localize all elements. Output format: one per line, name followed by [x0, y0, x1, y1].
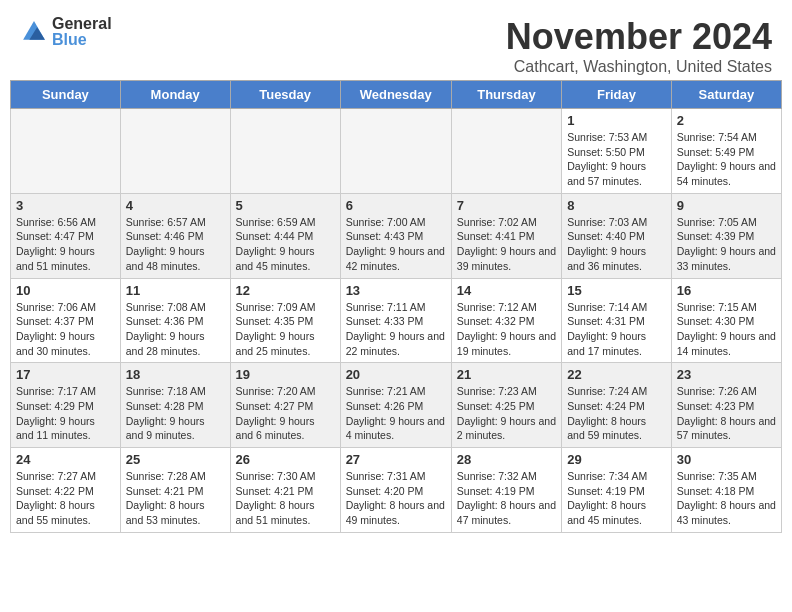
calendar-cell: 21Sunrise: 7:23 AM Sunset: 4:25 PM Dayli…: [451, 363, 561, 448]
day-number: 28: [457, 452, 556, 467]
calendar-cell: 27Sunrise: 7:31 AM Sunset: 4:20 PM Dayli…: [340, 448, 451, 533]
day-number: 1: [567, 113, 666, 128]
calendar-cell: 2Sunrise: 7:54 AM Sunset: 5:49 PM Daylig…: [671, 109, 781, 194]
calendar-cell: 13Sunrise: 7:11 AM Sunset: 4:33 PM Dayli…: [340, 278, 451, 363]
week-row-1: 1Sunrise: 7:53 AM Sunset: 5:50 PM Daylig…: [11, 109, 782, 194]
calendar-cell: 7Sunrise: 7:02 AM Sunset: 4:41 PM Daylig…: [451, 193, 561, 278]
logo-text: General Blue: [52, 16, 112, 48]
month-title: November 2024: [506, 16, 772, 58]
day-info: Sunrise: 7:24 AM Sunset: 4:24 PM Dayligh…: [567, 384, 666, 443]
day-number: 4: [126, 198, 225, 213]
day-number: 24: [16, 452, 115, 467]
calendar-body: 1Sunrise: 7:53 AM Sunset: 5:50 PM Daylig…: [11, 109, 782, 533]
calendar-cell: 14Sunrise: 7:12 AM Sunset: 4:32 PM Dayli…: [451, 278, 561, 363]
calendar-cell: 23Sunrise: 7:26 AM Sunset: 4:23 PM Dayli…: [671, 363, 781, 448]
calendar-cell: 8Sunrise: 7:03 AM Sunset: 4:40 PM Daylig…: [562, 193, 672, 278]
day-info: Sunrise: 7:28 AM Sunset: 4:21 PM Dayligh…: [126, 469, 225, 528]
day-info: Sunrise: 6:56 AM Sunset: 4:47 PM Dayligh…: [16, 215, 115, 274]
day-number: 18: [126, 367, 225, 382]
day-info: Sunrise: 7:34 AM Sunset: 4:19 PM Dayligh…: [567, 469, 666, 528]
title-block: November 2024 Cathcart, Washington, Unit…: [506, 16, 772, 76]
logo-icon: [20, 18, 48, 46]
calendar-cell: 17Sunrise: 7:17 AM Sunset: 4:29 PM Dayli…: [11, 363, 121, 448]
day-number: 29: [567, 452, 666, 467]
calendar-cell: 5Sunrise: 6:59 AM Sunset: 4:44 PM Daylig…: [230, 193, 340, 278]
day-number: 22: [567, 367, 666, 382]
day-info: Sunrise: 7:17 AM Sunset: 4:29 PM Dayligh…: [16, 384, 115, 443]
day-header-friday: Friday: [562, 81, 672, 109]
day-info: Sunrise: 6:59 AM Sunset: 4:44 PM Dayligh…: [236, 215, 335, 274]
calendar-cell: 16Sunrise: 7:15 AM Sunset: 4:30 PM Dayli…: [671, 278, 781, 363]
calendar-cell: 11Sunrise: 7:08 AM Sunset: 4:36 PM Dayli…: [120, 278, 230, 363]
calendar-cell: 19Sunrise: 7:20 AM Sunset: 4:27 PM Dayli…: [230, 363, 340, 448]
logo-general-text: General: [52, 16, 112, 32]
day-info: Sunrise: 7:15 AM Sunset: 4:30 PM Dayligh…: [677, 300, 776, 359]
day-number: 21: [457, 367, 556, 382]
calendar-cell: 25Sunrise: 7:28 AM Sunset: 4:21 PM Dayli…: [120, 448, 230, 533]
calendar-cell: [340, 109, 451, 194]
day-header-wednesday: Wednesday: [340, 81, 451, 109]
day-number: 9: [677, 198, 776, 213]
day-info: Sunrise: 7:12 AM Sunset: 4:32 PM Dayligh…: [457, 300, 556, 359]
day-number: 10: [16, 283, 115, 298]
calendar-cell: 18Sunrise: 7:18 AM Sunset: 4:28 PM Dayli…: [120, 363, 230, 448]
day-number: 20: [346, 367, 446, 382]
day-info: Sunrise: 7:26 AM Sunset: 4:23 PM Dayligh…: [677, 384, 776, 443]
day-number: 27: [346, 452, 446, 467]
day-info: Sunrise: 7:06 AM Sunset: 4:37 PM Dayligh…: [16, 300, 115, 359]
calendar-cell: [451, 109, 561, 194]
page-header: General Blue November 2024 Cathcart, Was…: [0, 0, 792, 80]
day-header-thursday: Thursday: [451, 81, 561, 109]
calendar-cell: 9Sunrise: 7:05 AM Sunset: 4:39 PM Daylig…: [671, 193, 781, 278]
day-number: 6: [346, 198, 446, 213]
calendar-cell: [11, 109, 121, 194]
day-info: Sunrise: 7:53 AM Sunset: 5:50 PM Dayligh…: [567, 130, 666, 189]
calendar-cell: [120, 109, 230, 194]
day-info: Sunrise: 7:35 AM Sunset: 4:18 PM Dayligh…: [677, 469, 776, 528]
day-header-tuesday: Tuesday: [230, 81, 340, 109]
calendar-cell: 29Sunrise: 7:34 AM Sunset: 4:19 PM Dayli…: [562, 448, 672, 533]
day-info: Sunrise: 7:03 AM Sunset: 4:40 PM Dayligh…: [567, 215, 666, 274]
calendar-cell: 28Sunrise: 7:32 AM Sunset: 4:19 PM Dayli…: [451, 448, 561, 533]
calendar-cell: 24Sunrise: 7:27 AM Sunset: 4:22 PM Dayli…: [11, 448, 121, 533]
day-header-sunday: Sunday: [11, 81, 121, 109]
day-header-monday: Monday: [120, 81, 230, 109]
day-info: Sunrise: 7:20 AM Sunset: 4:27 PM Dayligh…: [236, 384, 335, 443]
day-info: Sunrise: 7:21 AM Sunset: 4:26 PM Dayligh…: [346, 384, 446, 443]
day-number: 13: [346, 283, 446, 298]
calendar-cell: [230, 109, 340, 194]
day-number: 7: [457, 198, 556, 213]
day-number: 12: [236, 283, 335, 298]
calendar-cell: 22Sunrise: 7:24 AM Sunset: 4:24 PM Dayli…: [562, 363, 672, 448]
logo: General Blue: [20, 16, 112, 48]
day-number: 19: [236, 367, 335, 382]
day-info: Sunrise: 7:27 AM Sunset: 4:22 PM Dayligh…: [16, 469, 115, 528]
calendar-cell: 6Sunrise: 7:00 AM Sunset: 4:43 PM Daylig…: [340, 193, 451, 278]
day-info: Sunrise: 6:57 AM Sunset: 4:46 PM Dayligh…: [126, 215, 225, 274]
header-row: SundayMondayTuesdayWednesdayThursdayFrid…: [11, 81, 782, 109]
day-number: 16: [677, 283, 776, 298]
day-number: 8: [567, 198, 666, 213]
day-info: Sunrise: 7:02 AM Sunset: 4:41 PM Dayligh…: [457, 215, 556, 274]
day-info: Sunrise: 7:11 AM Sunset: 4:33 PM Dayligh…: [346, 300, 446, 359]
day-info: Sunrise: 7:14 AM Sunset: 4:31 PM Dayligh…: [567, 300, 666, 359]
calendar-header: SundayMondayTuesdayWednesdayThursdayFrid…: [11, 81, 782, 109]
day-info: Sunrise: 7:09 AM Sunset: 4:35 PM Dayligh…: [236, 300, 335, 359]
day-number: 15: [567, 283, 666, 298]
calendar-cell: 12Sunrise: 7:09 AM Sunset: 4:35 PM Dayli…: [230, 278, 340, 363]
day-number: 17: [16, 367, 115, 382]
day-number: 5: [236, 198, 335, 213]
day-number: 25: [126, 452, 225, 467]
week-row-5: 24Sunrise: 7:27 AM Sunset: 4:22 PM Dayli…: [11, 448, 782, 533]
day-info: Sunrise: 7:54 AM Sunset: 5:49 PM Dayligh…: [677, 130, 776, 189]
calendar-cell: 4Sunrise: 6:57 AM Sunset: 4:46 PM Daylig…: [120, 193, 230, 278]
week-row-2: 3Sunrise: 6:56 AM Sunset: 4:47 PM Daylig…: [11, 193, 782, 278]
day-number: 3: [16, 198, 115, 213]
day-number: 26: [236, 452, 335, 467]
calendar-table: SundayMondayTuesdayWednesdayThursdayFrid…: [10, 80, 782, 533]
day-info: Sunrise: 7:31 AM Sunset: 4:20 PM Dayligh…: [346, 469, 446, 528]
week-row-4: 17Sunrise: 7:17 AM Sunset: 4:29 PM Dayli…: [11, 363, 782, 448]
day-info: Sunrise: 7:05 AM Sunset: 4:39 PM Dayligh…: [677, 215, 776, 274]
calendar-wrapper: SundayMondayTuesdayWednesdayThursdayFrid…: [0, 80, 792, 543]
day-number: 14: [457, 283, 556, 298]
